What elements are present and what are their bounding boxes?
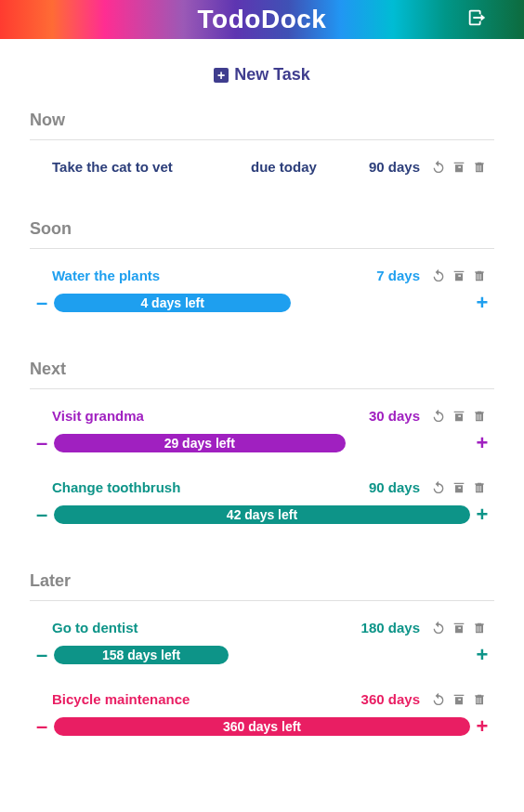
progress-track: 4 days left bbox=[54, 294, 470, 312]
task-name[interactable]: Go to dentist bbox=[37, 620, 251, 635]
section-title: Now bbox=[30, 111, 494, 140]
progress-bar: 29 days left bbox=[54, 434, 346, 452]
task-period: 90 days bbox=[346, 479, 420, 495]
task-period: 180 days bbox=[346, 620, 420, 635]
reset-icon[interactable] bbox=[431, 268, 446, 283]
progress-bar: 4 days left bbox=[54, 294, 291, 312]
task-period: 7 days bbox=[346, 268, 420, 283]
task-period: 90 days bbox=[346, 159, 420, 175]
reset-icon[interactable] bbox=[431, 480, 446, 495]
section-title: Next bbox=[30, 360, 494, 389]
archive-icon[interactable] bbox=[452, 480, 466, 495]
trash-icon[interactable] bbox=[472, 621, 487, 635]
minus-button[interactable]: – bbox=[33, 291, 50, 315]
archive-icon[interactable] bbox=[452, 409, 466, 424]
task-row: Bicycle maintenance 360 days – 360 days … bbox=[30, 691, 494, 739]
progress-track: 360 days left bbox=[54, 717, 470, 736]
app-title: TodoDock bbox=[198, 5, 327, 34]
section-title: Later bbox=[30, 571, 494, 601]
minus-button[interactable]: – bbox=[33, 643, 50, 667]
reset-icon[interactable] bbox=[431, 692, 446, 707]
task-name[interactable]: Visit grandma bbox=[37, 408, 251, 424]
new-task-label: New Task bbox=[234, 65, 310, 85]
new-task-button[interactable]: + New Task bbox=[30, 65, 494, 85]
task-row: Water the plants 7 days – 4 days left + bbox=[30, 268, 494, 315]
section-now: Now Take the cat to vet due today 90 day… bbox=[30, 111, 494, 175]
minus-button[interactable]: – bbox=[33, 714, 50, 739]
progress-bar: 360 days left bbox=[54, 717, 470, 736]
trash-icon[interactable] bbox=[472, 480, 487, 495]
reset-icon[interactable] bbox=[431, 409, 446, 424]
task-row: Visit grandma 30 days – 29 days left + bbox=[30, 408, 494, 455]
trash-icon[interactable] bbox=[472, 692, 487, 707]
task-name[interactable]: Take the cat to vet bbox=[37, 159, 251, 175]
task-period: 30 days bbox=[346, 408, 420, 424]
minus-button[interactable]: – bbox=[33, 503, 50, 527]
progress-track: 29 days left bbox=[54, 434, 470, 452]
task-row: Go to dentist 180 days – 158 days left + bbox=[30, 620, 494, 667]
archive-icon[interactable] bbox=[452, 621, 466, 635]
section-later: Later Go to dentist 180 days – 158 days … bbox=[30, 571, 494, 739]
plus-button[interactable]: + bbox=[474, 291, 491, 315]
reset-icon[interactable] bbox=[431, 621, 446, 635]
progress-track: 42 days left bbox=[54, 505, 470, 524]
trash-icon[interactable] bbox=[472, 268, 487, 283]
plus-square-icon: + bbox=[214, 68, 229, 83]
plus-button[interactable]: + bbox=[474, 503, 491, 527]
task-name[interactable]: Water the plants bbox=[37, 268, 251, 283]
section-soon: Soon Water the plants 7 days – 4 days le… bbox=[30, 219, 494, 315]
archive-icon[interactable] bbox=[452, 692, 466, 707]
section-title: Soon bbox=[30, 219, 494, 249]
plus-button[interactable]: + bbox=[474, 643, 491, 667]
task-due: due today bbox=[251, 159, 346, 175]
task-name[interactable]: Bicycle maintenance bbox=[37, 691, 251, 707]
task-row: Change toothbrush 90 days – 42 days left… bbox=[30, 479, 494, 527]
plus-button[interactable]: + bbox=[474, 714, 491, 739]
archive-icon[interactable] bbox=[452, 160, 466, 175]
section-next: Next Visit grandma 30 days – 29 days lef… bbox=[30, 360, 494, 527]
task-name[interactable]: Change toothbrush bbox=[37, 479, 251, 495]
plus-button[interactable]: + bbox=[474, 431, 491, 455]
progress-track: 158 days left bbox=[54, 646, 470, 664]
app-header: TodoDock bbox=[0, 0, 524, 39]
archive-icon[interactable] bbox=[452, 268, 466, 283]
minus-button[interactable]: – bbox=[33, 431, 50, 455]
logout-icon[interactable] bbox=[466, 7, 487, 32]
reset-icon[interactable] bbox=[431, 160, 446, 175]
trash-icon[interactable] bbox=[472, 409, 487, 424]
trash-icon[interactable] bbox=[472, 160, 487, 175]
task-period: 360 days bbox=[346, 691, 420, 707]
progress-bar: 158 days left bbox=[54, 646, 229, 664]
progress-bar: 42 days left bbox=[54, 505, 470, 524]
task-row: Take the cat to vet due today 90 days bbox=[30, 159, 494, 175]
